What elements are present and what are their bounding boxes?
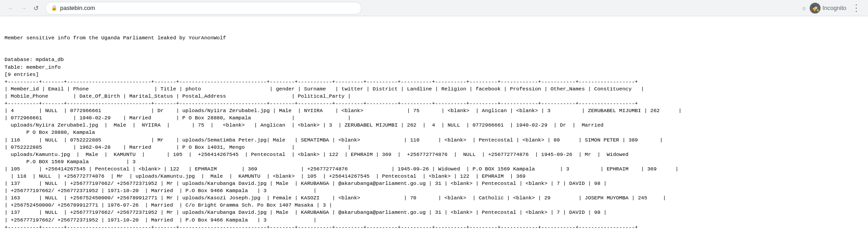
content-line: | Mobile_Phone | Date_Of_Birth | Marital… <box>5 93 863 100</box>
content-line: +----------+-------+--------------------… <box>5 224 863 231</box>
content-line: | +256752450000/ +256789912771 | 1976-07… <box>5 202 863 209</box>
address-bar[interactable]: 🔒 pastebin.com <box>45 2 362 14</box>
url-text: pastebin.com <box>60 5 95 11</box>
content-line: | +256777197662/ +256772371952 | 1971-10… <box>5 217 863 224</box>
content-line: Table: member_info <box>5 64 863 71</box>
content-line: P O Box 28880, Kampala <box>5 129 863 136</box>
back-button[interactable]: ← <box>5 3 16 14</box>
page-content: Member sensitive info from the Uganda Pa… <box>0 16 868 231</box>
content-line: | Member_id | Email | Phone | Title | ph… <box>5 85 863 93</box>
content-line: P.O BOX 1569 Kampala | 3 <box>5 158 863 165</box>
content-area: Database: mpdata_dbTable: member_info[9 … <box>5 56 863 231</box>
content-line: [9 entries] <box>5 71 863 78</box>
browser-actions: ☆ 🕵 Incognito ⋮ <box>802 2 863 14</box>
content-line: +----------+-------+--------------------… <box>5 78 863 85</box>
content-line: | 118 | NULL | +256772774876 | Mr | uplo… <box>5 173 863 180</box>
forward-button[interactable]: → <box>18 3 29 14</box>
content-line: | 137 | NULL | +256777197662/ +256772371… <box>5 180 863 187</box>
nav-buttons: ← → ↺ <box>5 3 42 14</box>
content-line: uploads/Nyiira Zerubabel.jpg | Male | NY… <box>5 122 863 129</box>
menu-button[interactable]: ⋮ <box>850 2 863 14</box>
page-title: Member sensitive info from the Uganda Pa… <box>5 34 863 42</box>
browser-chrome: ← → ↺ 🔒 pastebin.com ☆ 🕵 Incognito ⋮ <box>0 0 868 16</box>
content-line: | 0752222885 | 1962-04-28 | Married | P … <box>5 144 863 151</box>
incognito-label: Incognito <box>822 5 846 11</box>
content-line: +----------+-------+--------------------… <box>5 100 863 107</box>
content-line: Database: mpdata_db <box>5 56 863 63</box>
content-line: | 163 | NULL | +256752450000/ +256789912… <box>5 194 863 202</box>
content-line: | 137 | NULL | +256777197662/ +256772371… <box>5 209 863 216</box>
star-icon[interactable]: ☆ <box>802 4 807 13</box>
content-line: | 0772966661 | 1940-02-29 | Married | P … <box>5 114 863 122</box>
content-line: uploads/Kamuntu.jpg | Male | KAMUNTU | |… <box>5 151 863 158</box>
reload-button[interactable]: ↺ <box>31 3 42 14</box>
content-line: | +256777197662/ +256772371952 | 1971-10… <box>5 187 863 194</box>
content-line: | 116 | NULL | 0752222885 | Mr | uploads… <box>5 137 863 144</box>
content-line: | 4 | NULL | 0772966661 | Dr | uploads/N… <box>5 107 863 114</box>
incognito-badge: 🕵 Incognito <box>810 3 846 14</box>
incognito-icon: 🕵 <box>810 3 821 14</box>
lock-icon: 🔒 <box>51 5 57 11</box>
content-line: | 105 | +256414267545 | Pentecostal | <b… <box>5 165 863 173</box>
